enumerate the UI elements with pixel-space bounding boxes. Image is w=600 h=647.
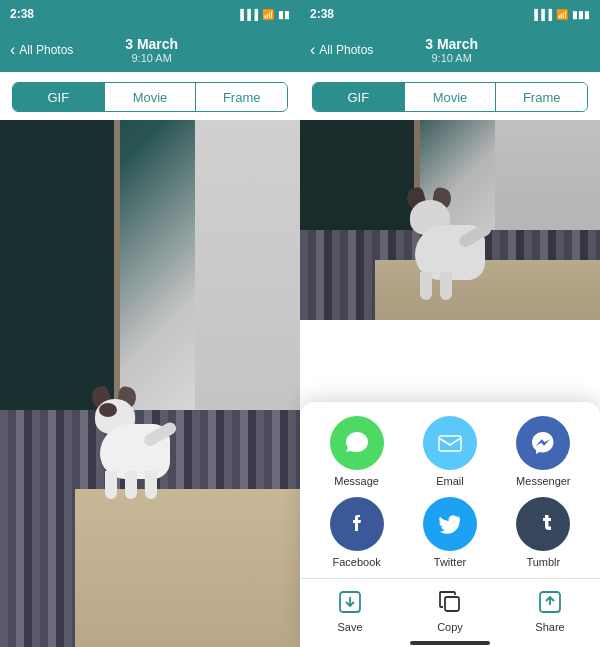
- left-dog-leg-2: [125, 471, 137, 499]
- message-label: Message: [334, 475, 379, 487]
- right-photo-area: [300, 120, 600, 320]
- home-bar: [410, 641, 490, 645]
- right-back-button[interactable]: ‹ All Photos: [310, 41, 373, 59]
- left-chevron-icon: ‹: [10, 41, 15, 59]
- right-photo-dim: [300, 120, 600, 320]
- share-item-facebook[interactable]: Facebook: [310, 497, 403, 568]
- left-time: 2:38: [10, 7, 34, 21]
- copy-label: Copy: [437, 621, 463, 633]
- messenger-icon: [516, 416, 570, 470]
- left-dog-leg-3: [145, 471, 157, 499]
- left-floor: [75, 489, 300, 647]
- left-back-label: All Photos: [19, 43, 73, 57]
- right-status-bar: 2:38 ▐▐▐ 📶 ▮▮▮: [300, 0, 600, 28]
- left-status-icons: ▐▐▐ 📶 ▮▮: [237, 9, 290, 20]
- right-segment-control: GIF Movie Frame: [312, 82, 588, 112]
- share-sheet: Message Email Messenger: [300, 402, 600, 647]
- left-dog-patch: [99, 403, 117, 417]
- right-time: 2:38: [310, 7, 334, 21]
- right-segment-movie[interactable]: Movie: [405, 83, 497, 111]
- left-segment-gif[interactable]: GIF: [13, 83, 105, 111]
- left-panel: 2:38 ▐▐▐ 📶 ▮▮ ‹ All Photos 3 March 9:10 …: [0, 0, 300, 647]
- wifi-icon: 📶: [262, 9, 274, 20]
- right-chevron-icon: ‹: [310, 41, 315, 59]
- share-button[interactable]: Share: [500, 587, 600, 633]
- twitter-icon: [423, 497, 477, 551]
- tumblr-icon: [516, 497, 570, 551]
- left-dog-photo: [0, 120, 300, 647]
- left-nav-bar: ‹ All Photos 3 March 9:10 AM: [0, 28, 300, 72]
- messenger-label: Messenger: [516, 475, 570, 487]
- home-indicator: [300, 637, 600, 647]
- right-segment-frame[interactable]: Frame: [496, 83, 587, 111]
- save-label: Save: [337, 621, 362, 633]
- left-photo-area: [0, 120, 300, 647]
- battery-icon: ▮▮: [278, 9, 290, 20]
- right-panel: 2:38 ▐▐▐ 📶 ▮▮▮ ‹ All Photos 3 March 9:10…: [300, 0, 600, 647]
- right-status-icons: ▐▐▐ 📶 ▮▮▮: [531, 9, 590, 20]
- share-grid: Message Email Messenger: [300, 416, 600, 578]
- share-item-messenger[interactable]: Messenger: [497, 416, 590, 487]
- signal-icon: ▐▐▐: [237, 9, 258, 20]
- right-dog-photo: [300, 120, 600, 320]
- left-back-button[interactable]: ‹ All Photos: [10, 41, 73, 59]
- left-dog-leg-1: [105, 471, 117, 499]
- right-nav-date: 3 March: [425, 36, 478, 52]
- right-wifi-icon: 📶: [556, 9, 568, 20]
- twitter-label: Twitter: [434, 556, 466, 568]
- left-nav-date: 3 March: [125, 36, 178, 52]
- right-battery-icon: ▮▮▮: [572, 9, 590, 20]
- facebook-label: Facebook: [333, 556, 381, 568]
- copy-button[interactable]: Copy: [400, 587, 500, 633]
- tumblr-label: Tumblr: [526, 556, 560, 568]
- right-title-group: 3 March 9:10 AM: [373, 36, 530, 64]
- right-signal-icon: ▐▐▐: [531, 9, 552, 20]
- save-button[interactable]: Save: [300, 587, 400, 633]
- right-nav-bar: ‹ All Photos 3 March 9:10 AM: [300, 28, 600, 72]
- email-label: Email: [436, 475, 464, 487]
- share-item-twitter[interactable]: Twitter: [403, 497, 496, 568]
- facebook-icon: [330, 497, 384, 551]
- left-nav-time: 9:10 AM: [132, 52, 172, 64]
- left-segment-frame[interactable]: Frame: [196, 83, 287, 111]
- save-icon: [335, 587, 365, 617]
- copy-icon: [435, 587, 465, 617]
- left-status-bar: 2:38 ▐▐▐ 📶 ▮▮: [0, 0, 300, 28]
- email-icon: [423, 416, 477, 470]
- right-nav-time: 9:10 AM: [432, 52, 472, 64]
- left-title-group: 3 March 9:10 AM: [73, 36, 230, 64]
- share-item-tumblr[interactable]: Tumblr: [497, 497, 590, 568]
- right-back-label: All Photos: [319, 43, 373, 57]
- svg-rect-2: [445, 597, 459, 611]
- bottom-actions: Save Copy: [300, 578, 600, 637]
- left-segment-movie[interactable]: Movie: [105, 83, 197, 111]
- share-icon: [535, 587, 565, 617]
- left-dog-legs: [105, 471, 157, 499]
- left-segment-control: GIF Movie Frame: [12, 82, 288, 112]
- share-item-message[interactable]: Message: [310, 416, 403, 487]
- left-dog-body: [90, 389, 180, 499]
- share-label: Share: [535, 621, 564, 633]
- right-segment-gif[interactable]: GIF: [313, 83, 405, 111]
- share-item-email[interactable]: Email: [403, 416, 496, 487]
- svg-rect-0: [439, 436, 461, 451]
- message-icon: [330, 416, 384, 470]
